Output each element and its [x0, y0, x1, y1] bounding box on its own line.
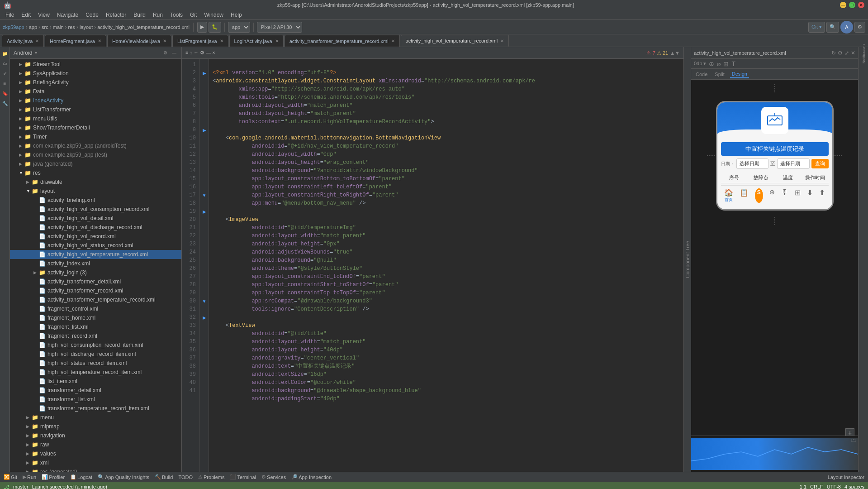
tree-item-menu-folder[interactable]: ▶ 📁 menu [10, 413, 181, 422]
menu-navigate[interactable]: Navigate [53, 11, 82, 19]
tree-item-res-generated[interactable]: ▶ 📁 res (generated) [10, 467, 181, 472]
tree-item-fragment-control[interactable]: 📄 fragment_control.xml [10, 304, 181, 313]
phone-search-btn[interactable]: 查询 [811, 159, 829, 168]
menu-edit[interactable]: Edit [18, 11, 34, 19]
tab-close-high-vol-temp[interactable]: ✕ [500, 38, 504, 43]
layout-inspector-btn[interactable]: Layout Inspector [828, 475, 864, 480]
tab-close-home[interactable]: ✕ [98, 38, 101, 43]
bottom-tab-todo[interactable]: TODO [178, 475, 193, 480]
phone-nav-grid[interactable]: ⊞ [795, 188, 801, 203]
menu-refactor[interactable]: Refactor [102, 11, 130, 19]
tab-close-login[interactable]: ✕ [275, 38, 279, 43]
bottom-tab-problems[interactable]: ⚠ Problems [198, 474, 224, 480]
user-avatar[interactable]: A [840, 21, 853, 34]
menu-window[interactable]: Window [200, 11, 227, 19]
phone-nav-s[interactable]: S [755, 188, 763, 203]
panel-close-btn[interactable]: — [171, 49, 178, 57]
tree-item-activity-high-vol-record[interactable]: 📄 activity_high_vol_record.xml [10, 232, 181, 241]
phone-nav-dot-plus[interactable]: ⊕ [769, 188, 775, 203]
error-nav-btn[interactable]: ▲▼ [670, 50, 680, 56]
bottom-tab-services[interactable]: ⚙ Services [261, 474, 286, 480]
tab-close-transformer-temp[interactable]: ✕ [391, 38, 395, 43]
menu-tools[interactable]: Tools [166, 11, 186, 19]
tree-item-activity-high-vol-consumption[interactable]: 📄 activity_high_vol_consumption_record.x… [10, 205, 181, 214]
tab-close-activity[interactable]: ✕ [35, 38, 39, 43]
preview-refresh-btn[interactable]: ↻ [831, 50, 836, 56]
debug-button[interactable]: 🐛 [209, 22, 221, 33]
tree-item-mipmap[interactable]: ▶ 📁 mipmap [10, 422, 181, 431]
preview-tab-design[interactable]: Design [730, 70, 749, 78]
tree-item-xml-folder[interactable]: ▶ 📁 xml [10, 458, 181, 467]
tab-high-vol-temp-xml[interactable]: activity_high_vol_temperature_record.xml… [401, 35, 509, 47]
notifications-toggle[interactable]: Notifications [859, 49, 868, 58]
tree-item-activity-high-vol-discharge[interactable]: 📄 activity_high_vol_discharge_record.xml [10, 223, 181, 232]
panel-settings-btn[interactable]: ⚙ [161, 49, 169, 57]
tab-transformer-temp-xml[interactable]: activity_transformer_temperature_record.… [285, 35, 400, 47]
phone-nav-home[interactable]: 🏠 首页 [724, 188, 733, 203]
preview-close-btn[interactable]: ✕ [851, 50, 855, 56]
menu-run[interactable]: Run [149, 11, 166, 19]
android-dropdown-arrow[interactable]: ▾ [35, 50, 37, 55]
menu-build[interactable]: Build [130, 11, 149, 19]
tree-item-java-generated[interactable]: ▶ 📁 java (generated) [10, 159, 181, 168]
device-dropdown[interactable]: app [228, 22, 250, 33]
menu-git[interactable]: Git [186, 11, 200, 19]
zoom-in-button[interactable]: + [845, 428, 854, 436]
tab-close-homevm[interactable]: ✕ [163, 38, 166, 43]
tree-item-transformer-record[interactable]: 📄 activity_transformer_record.xml [10, 286, 181, 295]
preview-settings-btn[interactable]: ⚙ [838, 50, 843, 56]
settings-button[interactable]: ⚙ [854, 22, 865, 33]
zoom-btn[interactable]: ⌀ [717, 60, 721, 67]
tree-item-timer[interactable]: ▶ 📁 Timer [10, 132, 181, 141]
tree-item-menu-utils[interactable]: ▶ 📁 menuUtils [10, 114, 181, 123]
build-variants-toggle[interactable]: 🔧 [0, 99, 9, 108]
bottom-tab-terminal[interactable]: ⬛ Terminal [230, 474, 256, 480]
tree-item-res[interactable]: ▼ 📁 res [10, 168, 181, 177]
menu-view[interactable]: View [34, 11, 53, 19]
tab-listfragment-java[interactable]: ListFragment.java ✕ [172, 35, 228, 47]
phone-from-date[interactable]: 选择日期 [736, 158, 769, 169]
tree-item-index-activity[interactable]: ▶ 📁 IndexActivity [10, 96, 181, 105]
api-dropdown[interactable]: Pixel 2 API 30 [257, 22, 302, 33]
grid-btn[interactable]: ⊞ [723, 60, 729, 67]
phone-nav-down[interactable]: ⬇ [807, 188, 813, 203]
tree-item-show-transformer[interactable]: ▶ 📁 ShowTransformerDetail [10, 123, 181, 132]
tab-homeviewmodel-java[interactable]: HomeViewModel.java ✕ [107, 35, 171, 47]
magnet-btn[interactable]: ⊕ [709, 60, 714, 67]
bottom-tab-run[interactable]: ▶ Run [23, 474, 36, 480]
project-panel-toggle[interactable]: 📁 [0, 49, 9, 58]
tree-item-drawable[interactable]: ▶ 📁 drawable [10, 177, 181, 187]
run-button[interactable]: ▶ [197, 22, 207, 33]
phone-nav-up[interactable]: ⬆ [819, 188, 825, 203]
close-button[interactable]: ✕ [858, 2, 864, 8]
tree-item-transformer-list-xml[interactable]: 📄 transformer_list.xml [10, 395, 181, 404]
tree-item-activity-high-vol-detail[interactable]: 📄 activity_high_vol_detail.xml [10, 214, 181, 223]
tab-loginactivity-java[interactable]: LoginActivity.java ✕ [229, 35, 284, 47]
tree-item-list-item[interactable]: 📄 list_item.xml [10, 377, 181, 386]
tree-item-transformer-temp-record[interactable]: 📄 activity_transformer_temperature_recor… [10, 295, 181, 304]
tree-item-test[interactable]: ▶ 📁 com.example.zkp59_app (test) [10, 150, 181, 159]
tree-item-activity-high-vol-temperature[interactable]: 📄 activity_high_vol_temperature_record.x… [10, 250, 181, 259]
tree-item-fragment-home[interactable]: 📄 fragment_home.xml [10, 313, 181, 322]
tree-item-values[interactable]: ▶ 📁 values [10, 449, 181, 458]
menu-code[interactable]: Code [82, 11, 102, 19]
tree-item-activity-index[interactable]: 📄 activity_index.xml [10, 259, 181, 268]
bookmarks-toggle[interactable]: 🔖 [0, 89, 9, 98]
tree-item-navigation[interactable]: ▶ 📁 navigation [10, 431, 181, 440]
menu-help[interactable]: Help [227, 11, 246, 19]
tree-item-fragment-list[interactable]: 📄 fragment_list.xml [10, 322, 181, 331]
phone-to-date[interactable]: 选择日期 [777, 158, 810, 169]
bottom-tab-profiler[interactable]: 📊 Profiler [42, 474, 65, 480]
tree-item-stream-tool[interactable]: ▶ 📁 StreamTool [10, 60, 181, 69]
tab-activity-java[interactable]: Activity.java ✕ [2, 35, 44, 47]
code-editor[interactable]: <?xml version="1.0" encoding="utf-8"?> <… [209, 59, 683, 472]
tree-item-transformer-detail[interactable]: 📄 activity_transformer_detail.xml [10, 277, 181, 286]
preview-tab-code[interactable]: Code [694, 71, 709, 78]
tree-item-android-test[interactable]: ▶ 📁 com.example.zkp59_app (androidTest) [10, 141, 181, 150]
bottom-tab-logcat[interactable]: 📋 Logcat [70, 474, 92, 480]
resource-manager-toggle[interactable]: 🗂 [0, 59, 9, 68]
tree-item-transformer-detail-xml[interactable]: 📄 transformer_detail.xml [10, 386, 181, 395]
tree-item-high-vol-status-item[interactable]: 📄 high_vol_status_record_item.xml [10, 359, 181, 368]
tree-item-layout[interactable]: ▼ 📁 layout [10, 187, 181, 196]
tree-item-sys-app[interactable]: ▶ 📁 SysApplication [10, 69, 181, 78]
